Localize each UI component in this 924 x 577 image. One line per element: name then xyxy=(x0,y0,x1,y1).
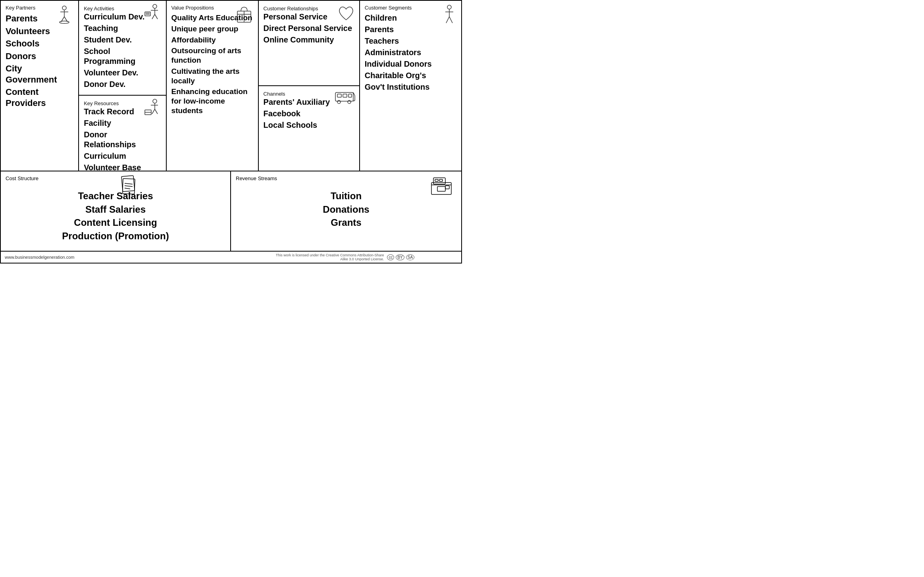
revenue-streams-label: Revenue Streams xyxy=(236,175,456,181)
revenue-streams-item-2: Grants xyxy=(236,216,456,229)
svg-point-0 xyxy=(62,6,66,10)
customer-segments-icon xyxy=(437,4,457,29)
svg-line-10 xyxy=(155,14,158,19)
cost-structure-item-2: Content Licensing xyxy=(6,216,225,229)
footer-right-area: This work is licensed under the Creative… xyxy=(274,253,457,261)
key-partners-cell: Key Partners Parents Volunteers Schools … xyxy=(1,1,79,171)
svg-point-14 xyxy=(153,99,157,103)
cost-structure-content: Teacher Salaries Staff Salaries Content … xyxy=(6,189,225,242)
value-propositions-item-4: Cultivating the arts locally xyxy=(171,67,253,86)
key-activities-item-2: Student Dev. xyxy=(84,35,161,45)
key-activities-item-5: Donor Dev. xyxy=(84,79,161,89)
bottom-section: Cost Structure Teacher Salaries Staff Sa… xyxy=(1,171,461,251)
key-resources-cell: Key Resources Track Record xyxy=(79,96,166,178)
cost-structure-item-3: Production (Promotion) xyxy=(6,229,225,243)
svg-point-6 xyxy=(153,4,157,8)
value-propositions-cell: Value Propositions Quality Arts Educatio… xyxy=(167,1,259,171)
cost-structure-item-0: Teacher Salaries xyxy=(6,189,225,203)
svg-line-40 xyxy=(125,183,133,184)
svg-line-36 xyxy=(446,17,449,23)
svg-rect-47 xyxy=(437,187,445,191)
svg-point-28 xyxy=(337,100,341,104)
svg-point-33 xyxy=(447,5,451,9)
customer-segments-item-4: Individual Donors xyxy=(365,59,456,69)
footer-right-text: This work is licensed under the Creative… xyxy=(274,253,384,261)
channels-label: Channels xyxy=(264,91,285,97)
key-resources-item-2: Donor Relationships xyxy=(84,130,161,150)
customer-relationships-icon xyxy=(336,3,356,26)
cost-structure-icon xyxy=(117,175,139,200)
svg-rect-45 xyxy=(435,179,438,181)
channels-item-1: Facebook xyxy=(264,109,354,119)
value-propositions-item-3: Outsourcing of arts function xyxy=(171,46,253,65)
key-partners-item-2: Schools xyxy=(6,38,73,49)
key-activities-label: Key Activities xyxy=(84,6,114,12)
svg-rect-46 xyxy=(439,179,443,181)
cost-structure-label: Cost Structure xyxy=(6,175,225,181)
svg-rect-11 xyxy=(145,12,150,16)
key-activities-cell: Key Activities Curriculu xyxy=(79,1,166,96)
svg-line-9 xyxy=(152,14,155,19)
revenue-streams-item-1: Donations xyxy=(236,203,456,216)
revenue-streams-icon xyxy=(429,175,453,198)
top-section: Key Partners Parents Volunteers Schools … xyxy=(1,1,461,171)
revenue-streams-item-0: Tuition xyxy=(236,189,456,203)
key-activities-item-3: School Programming xyxy=(84,46,161,66)
customer-segments-item-5: Charitable Org's xyxy=(365,71,456,81)
svg-line-37 xyxy=(449,17,452,23)
key-partners-item-5: Content Providers xyxy=(6,87,73,108)
customer-relationships-group: Customer Relationships Personal Service … xyxy=(259,1,360,171)
customer-relationships-cell: Customer Relationships Personal Service … xyxy=(259,1,359,86)
revenue-streams-cell: Revenue Streams Tuition Donations Grants xyxy=(231,171,461,251)
customer-relationships-item-2: Online Community xyxy=(264,35,354,45)
svg-point-29 xyxy=(348,100,351,104)
value-propositions-icon xyxy=(234,4,254,27)
by-icon: BY xyxy=(396,254,404,260)
key-resources-icon xyxy=(143,98,163,121)
key-partners-icon xyxy=(54,4,74,27)
svg-line-17 xyxy=(152,109,155,114)
key-activities-group: Key Activities Curriculu xyxy=(79,1,166,171)
svg-line-41 xyxy=(125,186,133,187)
svg-line-42 xyxy=(125,188,130,189)
value-propositions-content: Quality Arts Education Unique peer group… xyxy=(171,13,253,117)
value-propositions-item-2: Affordability xyxy=(171,35,253,45)
footer: www.businessmodelgeneration.com This wor… xyxy=(1,251,461,263)
customer-relationships-label: Customer Relationships xyxy=(264,6,318,12)
footer-license-icons: cc BY SA xyxy=(387,254,414,260)
key-partners-content: Parents Volunteers Schools Donors City G… xyxy=(6,13,73,110)
footer-website: www.businessmodelgeneration.com xyxy=(5,255,74,260)
svg-rect-25 xyxy=(337,94,341,97)
customer-segments-cell: Customer Segments Children Parents Teach… xyxy=(360,1,461,171)
sa-icon: SA xyxy=(406,254,414,260)
svg-point-5 xyxy=(60,21,69,23)
channels-cell: Channels Pa xyxy=(259,86,359,171)
value-propositions-item-5: Enhancing education for low-income stude… xyxy=(171,87,253,115)
channels-item-2: Local Schools xyxy=(264,120,354,130)
key-partners-item-4: City Government xyxy=(6,63,73,85)
svg-line-18 xyxy=(155,109,158,114)
svg-rect-27 xyxy=(348,94,352,97)
business-model-canvas: Key Partners Parents Volunteers Schools … xyxy=(0,0,462,263)
customer-segments-item-2: Teachers xyxy=(365,36,456,46)
customer-segments-item-6: Gov't Institutions xyxy=(365,82,456,92)
cost-structure-cell: Cost Structure Teacher Salaries Staff Sa… xyxy=(1,171,231,251)
customer-segments-item-3: Administrators xyxy=(365,48,456,58)
svg-rect-49 xyxy=(445,186,449,189)
channels-icon xyxy=(334,88,356,107)
key-partners-item-1: Volunteers xyxy=(6,26,73,37)
revenue-streams-content: Tuition Donations Grants xyxy=(236,189,456,229)
cc-icon: cc xyxy=(387,254,394,260)
svg-rect-26 xyxy=(343,94,347,97)
key-resources-item-3: Curriculum xyxy=(84,151,161,161)
key-partners-item-3: Donors xyxy=(6,51,73,62)
cost-structure-item-1: Staff Salaries xyxy=(6,203,225,216)
key-resources-label: Key Resources xyxy=(84,100,119,106)
key-activities-item-4: Volunteer Dev. xyxy=(84,68,161,78)
key-activities-icon xyxy=(143,3,163,26)
